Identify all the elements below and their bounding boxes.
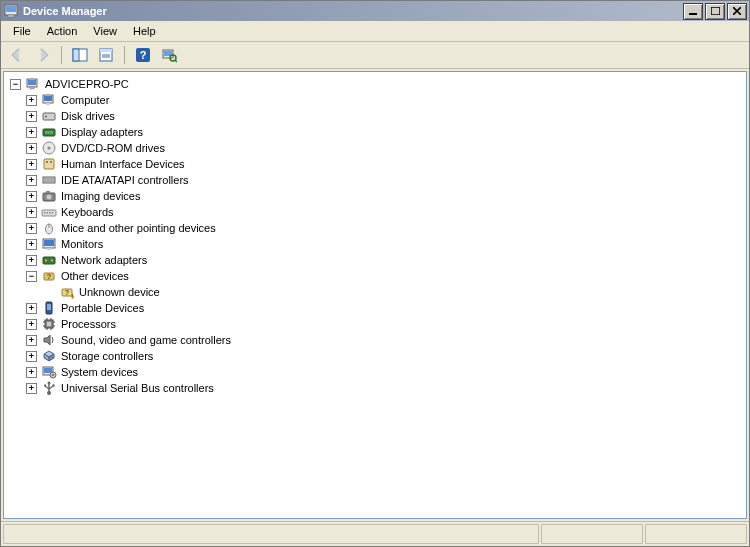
svg-rect-6 — [73, 49, 79, 61]
expand-icon[interactable]: + — [26, 351, 37, 362]
tree-node-label: System devices — [61, 366, 138, 378]
svg-point-36 — [47, 195, 52, 200]
expand-icon[interactable]: + — [26, 255, 37, 266]
tree-node-ide[interactable]: +IDE ATA/ATAPI controllers — [6, 172, 744, 188]
expand-icon[interactable]: + — [26, 95, 37, 106]
tree-node-keyboards[interactable]: +Keyboards — [6, 204, 744, 220]
ide-icon — [41, 172, 57, 188]
tree-node-disk-drives[interactable]: +Disk drives — [6, 108, 744, 124]
expand-icon[interactable]: + — [26, 143, 37, 154]
tree-node-monitors[interactable]: +Monitors — [6, 236, 744, 252]
minimize-button[interactable] — [683, 3, 703, 20]
tree-root-node[interactable]: −ADVICEPRO-PC — [6, 76, 744, 92]
expand-icon[interactable]: + — [26, 383, 37, 394]
toolbar-separator — [124, 46, 125, 64]
expand-icon[interactable]: + — [26, 207, 37, 218]
tree-node-processors[interactable]: +Processors — [6, 316, 744, 332]
sound-icon — [41, 332, 57, 348]
status-pane-1 — [3, 524, 539, 544]
svg-rect-76 — [44, 385, 46, 387]
expand-icon[interactable]: + — [26, 191, 37, 202]
expand-icon[interactable]: + — [26, 223, 37, 234]
tree-node-label: Display adapters — [61, 126, 143, 138]
menu-view[interactable]: View — [85, 23, 125, 39]
tree-node-other-devices[interactable]: −?Other devices — [6, 268, 744, 284]
expand-icon[interactable]: + — [26, 303, 37, 314]
expand-icon[interactable]: + — [26, 239, 37, 250]
display-icon — [41, 124, 57, 140]
tree-node-portable[interactable]: +Portable Devices — [6, 300, 744, 316]
computer-icon — [41, 92, 57, 108]
toolbar-back-button[interactable] — [5, 43, 29, 67]
tree-node-label: Network adapters — [61, 254, 147, 266]
device-tree-panel[interactable]: −ADVICEPRO-PC+Computer+Disk drives+Displ… — [3, 71, 747, 519]
expand-icon[interactable]: + — [26, 335, 37, 346]
svg-rect-57 — [47, 304, 51, 310]
svg-text:?: ? — [65, 288, 70, 297]
toolbar-properties-button[interactable] — [94, 43, 118, 67]
svg-rect-21 — [44, 96, 52, 101]
status-pane-2 — [541, 524, 643, 544]
tree-node-system[interactable]: +System devices — [6, 364, 744, 380]
menu-action[interactable]: Action — [39, 23, 86, 39]
tree-node-label: Other devices — [61, 270, 129, 282]
svg-line-16 — [175, 60, 177, 62]
tree-node-usb[interactable]: +Universal Serial Bus controllers — [6, 380, 744, 396]
tree-node-imaging[interactable]: +Imaging devices — [6, 188, 744, 204]
tree-node-mice[interactable]: +Mice and other pointing devices — [6, 220, 744, 236]
svg-rect-18 — [28, 80, 36, 85]
svg-rect-59 — [47, 322, 51, 326]
tree-node-label: Portable Devices — [61, 302, 144, 314]
tree-node-label: DVD/CD-ROM drives — [61, 142, 165, 154]
monitor-icon — [41, 236, 57, 252]
tree-node-display-adapters[interactable]: +Display adapters — [6, 124, 744, 140]
expand-icon[interactable]: + — [26, 175, 37, 186]
toolbar-scan-button[interactable] — [157, 43, 181, 67]
toolbar-forward-button[interactable] — [31, 43, 55, 67]
toolbar-help-button[interactable]: ? — [131, 43, 155, 67]
tree-node-dvd-cd-rom[interactable]: +DVD/CD-ROM drives — [6, 140, 744, 156]
svg-text:!: ! — [72, 293, 73, 299]
expand-icon[interactable]: + — [26, 111, 37, 122]
close-button[interactable] — [727, 3, 747, 20]
svg-rect-40 — [47, 212, 49, 214]
tree-node-label: Human Interface Devices — [61, 158, 185, 170]
other-icon: ? — [41, 268, 57, 284]
titlebar[interactable]: Device Manager — [1, 1, 749, 21]
network-icon — [41, 252, 57, 268]
expand-icon[interactable]: + — [26, 127, 37, 138]
collapse-icon[interactable]: − — [26, 271, 37, 282]
tree-node-label: Monitors — [61, 238, 103, 250]
portable-icon — [41, 300, 57, 316]
menu-file[interactable]: File — [5, 23, 39, 39]
tree-node-storage[interactable]: +Storage controllers — [6, 348, 744, 364]
tree-node-computer[interactable]: +Computer — [6, 92, 744, 108]
tree-node-network[interactable]: +Network adapters — [6, 252, 744, 268]
toolbar-showhide-button[interactable] — [68, 43, 92, 67]
tree-node-sound[interactable]: +Sound, video and game controllers — [6, 332, 744, 348]
mouse-icon — [41, 220, 57, 236]
svg-rect-3 — [689, 13, 697, 15]
expand-icon[interactable]: + — [26, 159, 37, 170]
window-title: Device Manager — [23, 5, 681, 17]
collapse-icon[interactable]: − — [10, 79, 21, 90]
scan-hardware-icon — [161, 47, 177, 63]
svg-rect-48 — [43, 257, 55, 264]
menu-help[interactable]: Help — [125, 23, 164, 39]
svg-rect-32 — [43, 177, 55, 183]
maximize-button[interactable] — [705, 3, 725, 20]
svg-point-74 — [48, 382, 51, 385]
tree-node-label: Computer — [61, 94, 109, 106]
tree-node-label: Universal Serial Bus controllers — [61, 382, 214, 394]
tree-node-label: Disk drives — [61, 110, 115, 122]
svg-rect-42 — [52, 212, 54, 214]
svg-rect-41 — [49, 212, 51, 214]
svg-point-50 — [51, 260, 53, 262]
tree-node-hid[interactable]: +Human Interface Devices — [6, 156, 744, 172]
svg-rect-8 — [100, 49, 112, 52]
device-tree: −ADVICEPRO-PC+Computer+Disk drives+Displ… — [6, 76, 744, 396]
expand-icon[interactable]: + — [26, 367, 37, 378]
tree-node-unknown-device[interactable]: !?Unknown device — [6, 284, 744, 300]
expand-icon[interactable]: + — [26, 319, 37, 330]
storage-icon — [41, 348, 57, 364]
